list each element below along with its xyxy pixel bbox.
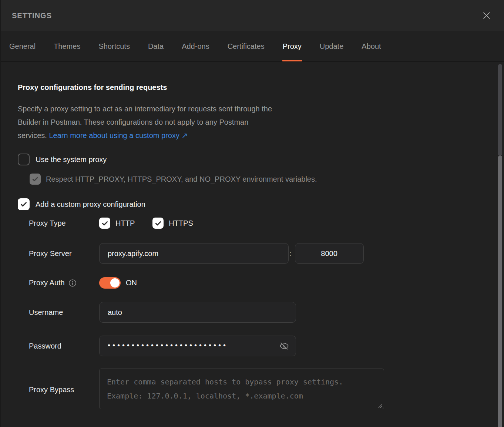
proxy-port-input[interactable] [295, 243, 364, 264]
respect-env-checkbox[interactable] [30, 174, 41, 185]
http-checkbox[interactable] [99, 218, 110, 229]
description-line3: services. [18, 131, 49, 139]
tab-certificates[interactable]: Certificates [227, 31, 265, 61]
password-label: Password [29, 342, 99, 350]
tab-about[interactable]: About [361, 31, 381, 61]
proxy-bypass-textarea[interactable] [99, 369, 384, 409]
scrollbar-thumb[interactable] [498, 155, 502, 427]
proxy-auth-label-text: Proxy Auth [29, 279, 65, 287]
checkmark-icon [31, 175, 39, 183]
tab-shortcuts[interactable]: Shortcuts [98, 31, 130, 61]
settings-modal: SETTINGS General Themes Shortcuts Data A… [0, 0, 504, 427]
use-system-proxy-label: Use the system proxy [36, 155, 107, 164]
proxy-bypass-field [99, 369, 384, 411]
custom-proxy-checkbox[interactable] [18, 198, 30, 210]
checkmark-icon [101, 219, 109, 227]
proxy-server-row: Proxy Server : [29, 243, 486, 264]
proxy-type-http-option: HTTP [99, 218, 135, 229]
content-divider [18, 70, 482, 70]
proxy-auth-row: Proxy Auth ON [29, 277, 486, 289]
use-system-proxy-checkbox[interactable] [18, 154, 30, 165]
proxy-auth-label: Proxy Auth [29, 279, 99, 287]
proxy-bypass-row: Proxy Bypass [29, 369, 486, 411]
respect-env-row: Respect HTTP_PROXY, HTTPS_PROXY, and NO_… [30, 174, 486, 185]
toggle-password-visibility-button[interactable] [279, 340, 290, 352]
textarea-resize-handle[interactable] [377, 403, 382, 408]
respect-env-label: Respect HTTP_PROXY, HTTPS_PROXY, and NO_… [46, 175, 317, 184]
proxy-bypass-label: Proxy Bypass [29, 386, 99, 394]
proxy-type-https-option: HTTPS [152, 218, 193, 229]
eye-off-icon [279, 341, 289, 351]
description-line2: Builder in Postman. These configurations… [18, 118, 248, 126]
proxy-auth-state: ON [126, 279, 137, 287]
info-icon[interactable] [68, 279, 77, 287]
tab-themes[interactable]: Themes [53, 31, 81, 61]
tab-addons[interactable]: Add-ons [181, 31, 210, 61]
proxy-server-label: Proxy Server [29, 249, 99, 258]
checkmark-icon [154, 219, 162, 227]
host-port-separator: : [289, 249, 292, 258]
use-system-proxy-row: Use the system proxy [18, 154, 486, 165]
modal-title: SETTINGS [12, 11, 52, 20]
description-line1: Specify a proxy setting to act as an int… [18, 105, 272, 113]
scrollbar-track[interactable] [498, 64, 502, 155]
close-button[interactable] [481, 10, 492, 21]
learn-more-link[interactable]: Learn more about using a custom proxy ↗ [49, 131, 188, 139]
https-checkbox[interactable] [152, 218, 164, 229]
proxy-auth-toggle[interactable] [99, 277, 121, 289]
http-label: HTTP [115, 219, 135, 228]
proxy-type-row: Proxy Type HTTP HTTPS [29, 218, 486, 229]
tab-update[interactable]: Update [319, 31, 344, 61]
https-label: HTTPS [169, 219, 193, 228]
password-row: Password ••••••••••••••••••••••••• [29, 336, 486, 356]
settings-tabbar: General Themes Shortcuts Data Add-ons Ce… [0, 31, 504, 62]
username-input[interactable] [99, 302, 296, 323]
tab-general[interactable]: General [9, 31, 36, 61]
section-heading: Proxy configurations for sending request… [18, 83, 486, 92]
proxy-type-label: Proxy Type [29, 219, 99, 228]
custom-proxy-row: Add a custom proxy configuration [18, 198, 486, 210]
password-input[interactable]: ••••••••••••••••••••••••• [99, 336, 296, 356]
proxy-host-input[interactable] [99, 243, 289, 264]
tab-data[interactable]: Data [148, 31, 164, 61]
close-icon [482, 11, 491, 20]
username-row: Username [29, 302, 486, 323]
checkmark-icon [20, 200, 28, 208]
tab-proxy[interactable]: Proxy [282, 31, 302, 61]
custom-proxy-label: Add a custom proxy configuration [36, 200, 145, 209]
password-masked-value: ••••••••••••••••••••••••• [108, 342, 279, 349]
username-label: Username [29, 308, 99, 317]
section-description: Specify a proxy setting to act as an int… [18, 102, 486, 142]
toggle-knob [110, 278, 120, 288]
modal-left-edge [0, 0, 1, 427]
modal-header: SETTINGS [0, 0, 504, 31]
proxy-tab-content: Proxy configurations for sending request… [0, 70, 504, 411]
